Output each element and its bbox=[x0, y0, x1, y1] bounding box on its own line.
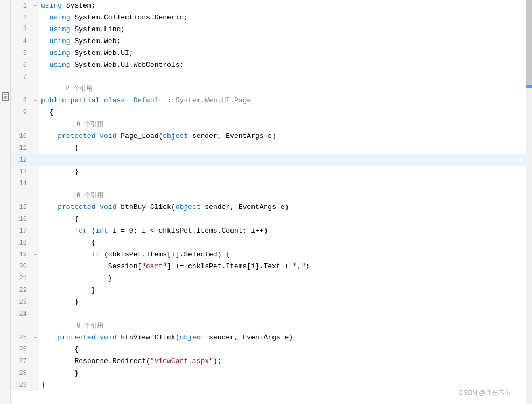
line-content: for (int i = 0; i < chklsPet.Items.Count… bbox=[39, 225, 526, 237]
ref-hint-row: 0 个引用 bbox=[11, 320, 526, 332]
line-number: 7 bbox=[11, 71, 31, 83]
margin-icon bbox=[1, 92, 10, 105]
collapse-btn bbox=[31, 320, 39, 332]
line-content: { bbox=[39, 237, 526, 249]
collapse-btn[interactable]: − bbox=[31, 130, 39, 142]
collapse-btn bbox=[31, 12, 39, 24]
collapse-btn bbox=[31, 379, 39, 391]
line-number bbox=[11, 320, 31, 332]
collapse-btn bbox=[31, 356, 39, 367]
ref-hint-content: 0 个引用 bbox=[39, 119, 526, 130]
collapse-btn bbox=[31, 273, 39, 284]
line-number: 10 bbox=[11, 130, 31, 142]
collapse-btn bbox=[31, 178, 39, 190]
collapse-btn bbox=[31, 344, 39, 356]
line-number: 16 bbox=[11, 213, 31, 225]
line-content: using System; bbox=[39, 0, 526, 12]
line-row: 15 − protected void btnBuy_Click(object … bbox=[11, 201, 526, 213]
line-content: { bbox=[39, 344, 526, 356]
collapse-btn bbox=[31, 119, 39, 130]
ref-hint-row: 0 个引用 bbox=[11, 190, 526, 201]
line-row: 10 − protected void Page_Load(object sen… bbox=[11, 130, 526, 142]
ref-hint-content: 2 个引用 bbox=[39, 83, 526, 95]
scrollbar-marker bbox=[526, 85, 532, 88]
editor-container: 1 − using System; 2 using System.Collect… bbox=[0, 0, 532, 404]
collapse-btn bbox=[31, 308, 39, 320]
ref-hint-row: 0 个引用 bbox=[11, 119, 526, 130]
line-number: 8 bbox=[11, 95, 31, 107]
line-row: 24 bbox=[11, 308, 526, 320]
collapse-btn[interactable]: − bbox=[31, 249, 39, 261]
collapse-btn[interactable]: − bbox=[31, 201, 39, 213]
line-row: 4 using System.Web; bbox=[11, 36, 526, 47]
collapse-btn[interactable]: − bbox=[31, 95, 39, 107]
line-number: 23 bbox=[11, 296, 31, 308]
line-content bbox=[39, 308, 526, 320]
line-number: 5 bbox=[11, 47, 31, 59]
line-row: 16 { bbox=[11, 213, 526, 225]
collapse-btn[interactable]: − bbox=[31, 332, 39, 344]
line-row: 14 bbox=[11, 178, 526, 190]
line-content bbox=[39, 154, 526, 166]
line-number: 1 bbox=[11, 0, 31, 12]
line-content: public partial class _Default : System.W… bbox=[39, 95, 526, 107]
line-content: protected void btnBuy_Click(object sende… bbox=[39, 201, 526, 213]
line-content: } bbox=[39, 379, 526, 391]
collapse-btn bbox=[31, 261, 39, 273]
line-number: 26 bbox=[11, 344, 31, 356]
collapse-btn[interactable]: − bbox=[31, 0, 39, 12]
line-row: 21 } bbox=[11, 273, 526, 284]
collapse-btn bbox=[31, 83, 39, 95]
collapse-btn bbox=[31, 142, 39, 154]
line-row: 27 Response.Redirect("ViewCart.aspx"); bbox=[11, 356, 526, 367]
line-number: 25 bbox=[11, 332, 31, 344]
line-number: 19 bbox=[11, 249, 31, 261]
line-number: 15 bbox=[11, 201, 31, 213]
line-row: 2 using System.Collections.Generic; bbox=[11, 12, 526, 24]
line-content: protected void btnView_Click(object send… bbox=[39, 332, 526, 344]
line-content: } bbox=[39, 296, 526, 308]
line-content bbox=[39, 71, 526, 83]
line-number: 4 bbox=[11, 36, 31, 47]
collapse-btn bbox=[31, 24, 39, 36]
collapse-btn bbox=[31, 107, 39, 119]
line-row: 23 } bbox=[11, 296, 526, 308]
line-content: } bbox=[39, 284, 526, 296]
line-number: 2 bbox=[11, 12, 31, 24]
line-content bbox=[39, 178, 526, 190]
collapse-btn bbox=[31, 59, 39, 71]
line-number: 6 bbox=[11, 59, 31, 71]
line-number: 29 bbox=[11, 379, 31, 391]
line-row: 5 using System.Web.UI; bbox=[11, 47, 526, 59]
line-number: 11 bbox=[11, 142, 31, 154]
line-row: 6 using System.Web.UI.WebControls; bbox=[11, 59, 526, 71]
scrollbar-thumb[interactable] bbox=[526, 0, 532, 86]
line-row: 13 } bbox=[11, 166, 526, 178]
scrollbar-vertical[interactable] bbox=[526, 0, 532, 404]
ref-hint-content: 0 个引用 bbox=[39, 320, 526, 332]
line-number: 21 bbox=[11, 273, 31, 284]
collapse-btn bbox=[31, 47, 39, 59]
line-content: Response.Redirect("ViewCart.aspx"); bbox=[39, 356, 526, 367]
line-number bbox=[11, 119, 31, 130]
line-number: 22 bbox=[11, 284, 31, 296]
line-number bbox=[11, 83, 31, 95]
line-row: 12 bbox=[11, 154, 526, 166]
collapse-btn[interactable]: − bbox=[31, 225, 39, 237]
line-content: } bbox=[39, 166, 526, 178]
collapse-btn bbox=[31, 154, 39, 166]
line-number: 14 bbox=[11, 178, 31, 190]
line-row: 28 } bbox=[11, 367, 526, 379]
line-content: } bbox=[39, 367, 526, 379]
collapse-btn bbox=[31, 190, 39, 201]
line-number: 9 bbox=[11, 107, 31, 119]
ref-hint-row: 2 个引用 bbox=[11, 83, 526, 95]
line-content: { bbox=[39, 142, 526, 154]
line-row: 29 } bbox=[11, 379, 526, 391]
line-row: 19 − if (chklsPet.Items[i].Selected) { bbox=[11, 249, 526, 261]
line-number: 20 bbox=[11, 261, 31, 273]
line-number: 17 bbox=[11, 225, 31, 237]
line-content: using System.Web; bbox=[39, 36, 526, 47]
ref-hint-content: 0 个引用 bbox=[39, 190, 526, 201]
watermark: CSDN @月光不借 . bbox=[459, 388, 515, 398]
